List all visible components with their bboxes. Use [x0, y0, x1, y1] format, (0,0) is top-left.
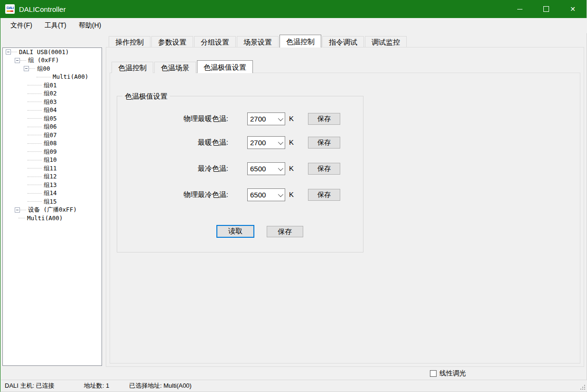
menu-item[interactable]: 工具(T): [39, 19, 72, 33]
app-icon: DALI: [5, 4, 15, 14]
close-button[interactable]: ✕: [562, 0, 584, 18]
app-icon-text: DALI: [7, 6, 14, 10]
combobox-value: 6500: [250, 165, 266, 173]
main-tab-7[interactable]: 调试监控: [365, 36, 407, 47]
cct-value-combobox[interactable]: 6500: [247, 188, 285, 201]
tree-item[interactable]: 组04: [3, 106, 102, 115]
main-tab-2[interactable]: 参数设置: [151, 36, 193, 47]
menu-item[interactable]: 帮助(H): [73, 19, 107, 33]
kelvin-unit-label: K: [289, 138, 294, 146]
tree-item[interactable]: 组12: [3, 173, 102, 181]
tree-item[interactable]: 设备 (广播0xFF): [3, 206, 102, 215]
kelvin-unit-label: K: [289, 190, 294, 198]
tree-item[interactable]: 组15: [3, 197, 102, 206]
cct-value-combobox[interactable]: 6500: [247, 162, 285, 175]
maximize-button[interactable]: [535, 0, 557, 18]
tree-item-label[interactable]: 组08: [43, 140, 58, 147]
tree-item[interactable]: 组00: [3, 65, 102, 73]
read-button[interactable]: 读取: [216, 225, 254, 238]
main-tab-6[interactable]: 指令调试: [322, 36, 364, 47]
sub-tab-strip: 色温控制色温场景色温极值设置: [112, 61, 254, 73]
field-label: 物理最暖色温:: [133, 114, 228, 123]
tree-item-label[interactable]: Multi(A00): [52, 73, 89, 81]
tree-item[interactable]: Multi(A00): [3, 214, 102, 223]
row-save-button[interactable]: 保存: [308, 137, 340, 149]
cct-value-combobox[interactable]: 2700: [247, 136, 285, 149]
row-save-button[interactable]: 保存: [308, 189, 340, 201]
main-tab-5[interactable]: 色温控制: [280, 35, 321, 47]
tree-item[interactable]: 组08: [3, 140, 102, 148]
tree-item-label[interactable]: 组05: [43, 115, 58, 122]
tree-item-label[interactable]: 组10: [43, 156, 58, 164]
tree-item-label[interactable]: 组15: [43, 198, 58, 205]
tree-item-label[interactable]: 组04: [43, 106, 58, 114]
minimize-icon: [517, 9, 522, 9]
linear-dimming-checkbox[interactable]: [430, 370, 437, 377]
menu-bar: 文件(F)工具(T)帮助(H): [1, 18, 587, 33]
tree-expander-icon[interactable]: [15, 207, 20, 213]
main-tab-strip: 操作控制参数设置分组设置场景设置色温控制指令调试调试监控: [109, 35, 408, 47]
tree-item[interactable]: Multi(A00): [3, 73, 102, 82]
combobox-value: 6500: [250, 191, 266, 199]
tree-item-label[interactable]: 组 (0xFF): [27, 56, 60, 64]
tree-item[interactable]: 组06: [3, 123, 102, 131]
address-count: 地址数: 1: [84, 382, 109, 390]
tree-item[interactable]: DALI USB(0001): [3, 48, 102, 56]
app-window: DALI DALIController ✕ 文件(F)工具(T)帮助(H) DA…: [0, 0, 587, 392]
sub-tab-3[interactable]: 色温极值设置: [197, 60, 253, 73]
combobox-value: 2700: [250, 115, 266, 123]
tree-item-label[interactable]: 组03: [43, 98, 58, 106]
tree-item-label[interactable]: 组12: [43, 173, 58, 180]
tree-item-label[interactable]: 组02: [43, 90, 58, 97]
main-tab-3[interactable]: 分组设置: [194, 36, 236, 47]
tree-item[interactable]: 组05: [3, 114, 102, 123]
sub-tab-1[interactable]: 色温控制: [112, 62, 153, 73]
save-all-button[interactable]: 保存: [267, 226, 303, 237]
tree-item-label[interactable]: 组06: [43, 123, 58, 131]
tree-item[interactable]: 组10: [3, 156, 102, 165]
kelvin-unit-label: K: [289, 164, 294, 172]
device-tree: DALI USB(0001)组 (0xFF)组00Multi(A00)组01组0…: [2, 47, 102, 366]
tree-item[interactable]: 组09: [3, 148, 102, 156]
tree-item-label[interactable]: 组13: [43, 181, 58, 189]
resize-grip-icon[interactable]: [579, 384, 585, 390]
field-label: 物理最冷色温:: [133, 190, 228, 199]
tree-item-label[interactable]: 设备 (广播0xFF): [27, 206, 78, 214]
tree-item-label[interactable]: Multi(A00): [26, 215, 64, 222]
minimize-button[interactable]: [509, 0, 531, 18]
selected-address: 已选择地址: Multi(A00): [129, 382, 191, 390]
close-icon: ✕: [570, 6, 576, 12]
tree-item-label[interactable]: 组09: [43, 148, 58, 156]
tree-item[interactable]: 组07: [3, 131, 102, 140]
tree-item[interactable]: 组03: [3, 98, 102, 106]
field-label: 最暖色温:: [133, 138, 228, 147]
tree-expander-icon[interactable]: [6, 49, 11, 55]
title-bar: DALI DALIController ✕: [0, 0, 587, 18]
row-save-button[interactable]: 保存: [308, 113, 340, 125]
chevron-down-icon: [278, 115, 283, 121]
tree-item[interactable]: 组 (0xFF): [3, 56, 102, 65]
cct-value-combobox[interactable]: 2700: [247, 112, 285, 125]
tree-item-label[interactable]: 组14: [43, 189, 58, 197]
menu-item[interactable]: 文件(F): [5, 19, 38, 33]
tree-expander-icon[interactable]: [24, 66, 29, 71]
tree-item-label[interactable]: 组07: [43, 131, 58, 139]
tree-item[interactable]: 组11: [3, 164, 102, 173]
tree-item-label[interactable]: 组11: [43, 165, 58, 172]
sub-tab-2[interactable]: 色温场景: [154, 62, 196, 73]
row-save-button[interactable]: 保存: [308, 163, 340, 175]
tree-item-label[interactable]: 组00: [36, 65, 51, 73]
chevron-down-icon: [278, 191, 283, 196]
main-tab-4[interactable]: 场景设置: [237, 36, 279, 47]
main-tab-1[interactable]: 操作控制: [109, 36, 150, 47]
tree-item[interactable]: 组14: [3, 189, 102, 198]
tree-item-label[interactable]: DALI USB(0001): [18, 48, 70, 56]
tree-item-label[interactable]: 组01: [43, 82, 58, 89]
chevron-down-icon: [278, 139, 283, 144]
tree-item[interactable]: 组13: [3, 181, 102, 189]
tree-expander-icon[interactable]: [15, 58, 20, 63]
chevron-down-icon: [278, 165, 283, 170]
tree-item[interactable]: 组02: [3, 90, 102, 98]
tree-item[interactable]: 组01: [3, 81, 102, 90]
groupbox-title: 色温极值设置: [122, 92, 170, 101]
